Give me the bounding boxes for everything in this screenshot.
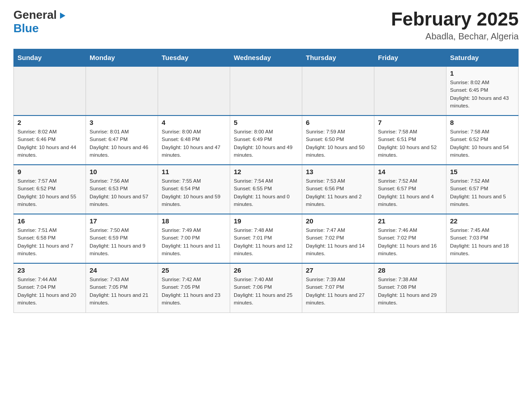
table-row: 23Sunrise: 7:44 AMSunset: 7:04 PMDayligh… <box>14 263 86 313</box>
day-info: Sunrise: 7:56 AMSunset: 6:53 PMDaylight:… <box>90 177 154 208</box>
table-row: 4Sunrise: 8:00 AMSunset: 6:48 PMDaylight… <box>158 116 230 165</box>
day-info: Sunrise: 7:53 AMSunset: 6:56 PMDaylight:… <box>306 177 370 208</box>
table-row: 1Sunrise: 8:02 AMSunset: 6:45 PMDaylight… <box>446 66 519 116</box>
page-header: General Blue February 2025 Abadla, Becha… <box>13 9 519 42</box>
day-info: Sunrise: 7:54 AMSunset: 6:55 PMDaylight:… <box>234 177 298 208</box>
calendar-table: Sunday Monday Tuesday Wednesday Thursday… <box>13 49 519 313</box>
table-row <box>14 66 86 116</box>
day-info: Sunrise: 7:52 AMSunset: 6:57 PMDaylight:… <box>378 177 442 208</box>
day-info: Sunrise: 8:00 AMSunset: 6:49 PMDaylight:… <box>234 128 298 159</box>
day-number: 8 <box>450 119 515 126</box>
day-number: 21 <box>378 217 442 225</box>
day-number: 15 <box>450 168 515 176</box>
table-row: 11Sunrise: 7:55 AMSunset: 6:54 PMDayligh… <box>158 165 230 214</box>
title-section: February 2025 Abadla, Bechar, Algeria <box>391 9 519 42</box>
day-info: Sunrise: 7:51 AMSunset: 6:58 PMDaylight:… <box>17 227 82 257</box>
day-info: Sunrise: 8:00 AMSunset: 6:48 PMDaylight:… <box>162 128 226 159</box>
table-row: 18Sunrise: 7:49 AMSunset: 7:00 PMDayligh… <box>158 214 230 263</box>
day-info: Sunrise: 8:02 AMSunset: 6:45 PMDaylight:… <box>450 79 515 110</box>
day-info: Sunrise: 7:43 AMSunset: 7:05 PMDaylight:… <box>90 276 154 307</box>
logo: General Blue <box>13 9 66 34</box>
day-number: 14 <box>378 168 442 176</box>
calendar-week-row: 16Sunrise: 7:51 AMSunset: 6:58 PMDayligh… <box>14 214 519 263</box>
calendar-header-row: Sunday Monday Tuesday Wednesday Thursday… <box>14 49 519 67</box>
day-info: Sunrise: 7:55 AMSunset: 6:54 PMDaylight:… <box>162 177 226 208</box>
day-number: 2 <box>17 119 82 126</box>
day-number: 23 <box>17 266 82 274</box>
day-number: 13 <box>306 168 370 176</box>
day-number: 17 <box>90 217 154 225</box>
table-row: 6Sunrise: 7:59 AMSunset: 6:50 PMDaylight… <box>302 116 374 165</box>
table-row: 14Sunrise: 7:52 AMSunset: 6:57 PMDayligh… <box>374 165 446 214</box>
day-number: 12 <box>234 168 298 176</box>
table-row: 17Sunrise: 7:50 AMSunset: 6:59 PMDayligh… <box>86 214 158 263</box>
day-number: 26 <box>234 266 298 274</box>
table-row: 19Sunrise: 7:48 AMSunset: 7:01 PMDayligh… <box>230 214 302 263</box>
day-info: Sunrise: 8:01 AMSunset: 6:47 PMDaylight:… <box>90 128 154 159</box>
svg-marker-0 <box>60 13 65 19</box>
day-info: Sunrise: 7:46 AMSunset: 7:02 PMDaylight:… <box>378 227 442 257</box>
col-wednesday: Wednesday <box>230 49 302 67</box>
day-info: Sunrise: 7:57 AMSunset: 6:52 PMDaylight:… <box>17 177 82 208</box>
day-info: Sunrise: 7:42 AMSunset: 7:05 PMDaylight:… <box>162 276 226 307</box>
day-number: 4 <box>162 119 226 126</box>
table-row: 20Sunrise: 7:47 AMSunset: 7:02 PMDayligh… <box>302 214 374 263</box>
day-info: Sunrise: 7:44 AMSunset: 7:04 PMDaylight:… <box>17 276 82 307</box>
col-sunday: Sunday <box>14 49 86 67</box>
table-row: 15Sunrise: 7:52 AMSunset: 6:57 PMDayligh… <box>446 165 519 214</box>
day-info: Sunrise: 7:58 AMSunset: 6:51 PMDaylight:… <box>378 128 442 159</box>
table-row <box>158 66 230 116</box>
table-row: 7Sunrise: 7:58 AMSunset: 6:51 PMDaylight… <box>374 116 446 165</box>
col-thursday: Thursday <box>302 49 374 67</box>
day-info: Sunrise: 7:50 AMSunset: 6:59 PMDaylight:… <box>90 227 154 257</box>
table-row: 3Sunrise: 8:01 AMSunset: 6:47 PMDaylight… <box>86 116 158 165</box>
day-number: 5 <box>234 119 298 126</box>
day-info: Sunrise: 7:58 AMSunset: 6:52 PMDaylight:… <box>450 128 515 159</box>
day-info: Sunrise: 7:47 AMSunset: 7:02 PMDaylight:… <box>306 227 370 257</box>
table-row: 5Sunrise: 8:00 AMSunset: 6:49 PMDaylight… <box>230 116 302 165</box>
table-row: 21Sunrise: 7:46 AMSunset: 7:02 PMDayligh… <box>374 214 446 263</box>
table-row: 27Sunrise: 7:39 AMSunset: 7:07 PMDayligh… <box>302 263 374 313</box>
day-number: 7 <box>378 119 442 126</box>
table-row: 9Sunrise: 7:57 AMSunset: 6:52 PMDaylight… <box>14 165 86 214</box>
day-info: Sunrise: 7:52 AMSunset: 6:57 PMDaylight:… <box>450 177 515 208</box>
day-info: Sunrise: 7:59 AMSunset: 6:50 PMDaylight:… <box>306 128 370 159</box>
table-row <box>446 263 519 313</box>
table-row: 26Sunrise: 7:40 AMSunset: 7:06 PMDayligh… <box>230 263 302 313</box>
table-row <box>230 66 302 116</box>
day-number: 27 <box>306 266 370 274</box>
day-number: 3 <box>90 119 154 126</box>
table-row <box>86 66 158 116</box>
day-number: 19 <box>234 217 298 225</box>
day-number: 6 <box>306 119 370 126</box>
day-info: Sunrise: 7:39 AMSunset: 7:07 PMDaylight:… <box>306 276 370 307</box>
logo-general-text: General <box>13 9 66 21</box>
day-info: Sunrise: 7:40 AMSunset: 7:06 PMDaylight:… <box>234 276 298 307</box>
day-number: 20 <box>306 217 370 225</box>
table-row: 16Sunrise: 7:51 AMSunset: 6:58 PMDayligh… <box>14 214 86 263</box>
day-number: 28 <box>378 266 442 274</box>
col-monday: Monday <box>86 49 158 67</box>
day-info: Sunrise: 7:49 AMSunset: 7:00 PMDaylight:… <box>162 227 226 257</box>
table-row: 13Sunrise: 7:53 AMSunset: 6:56 PMDayligh… <box>302 165 374 214</box>
calendar-week-row: 1Sunrise: 8:02 AMSunset: 6:45 PMDaylight… <box>14 66 519 116</box>
col-saturday: Saturday <box>446 49 519 67</box>
day-number: 25 <box>162 266 226 274</box>
table-row: 8Sunrise: 7:58 AMSunset: 6:52 PMDaylight… <box>446 116 519 165</box>
day-number: 16 <box>17 217 82 225</box>
table-row: 25Sunrise: 7:42 AMSunset: 7:05 PMDayligh… <box>158 263 230 313</box>
day-info: Sunrise: 7:48 AMSunset: 7:01 PMDaylight:… <box>234 227 298 257</box>
table-row: 28Sunrise: 7:38 AMSunset: 7:08 PMDayligh… <box>374 263 446 313</box>
day-info: Sunrise: 8:02 AMSunset: 6:46 PMDaylight:… <box>17 128 82 159</box>
day-number: 10 <box>90 168 154 176</box>
table-row: 10Sunrise: 7:56 AMSunset: 6:53 PMDayligh… <box>86 165 158 214</box>
calendar-week-row: 23Sunrise: 7:44 AMSunset: 7:04 PMDayligh… <box>14 263 519 313</box>
day-info: Sunrise: 7:45 AMSunset: 7:03 PMDaylight:… <box>450 227 515 257</box>
logo-blue-text: Blue <box>13 22 39 34</box>
table-row: 24Sunrise: 7:43 AMSunset: 7:05 PMDayligh… <box>86 263 158 313</box>
day-number: 9 <box>17 168 82 176</box>
main-title: February 2025 <box>391 9 519 30</box>
col-friday: Friday <box>374 49 446 67</box>
day-number: 22 <box>450 217 515 225</box>
table-row <box>374 66 446 116</box>
